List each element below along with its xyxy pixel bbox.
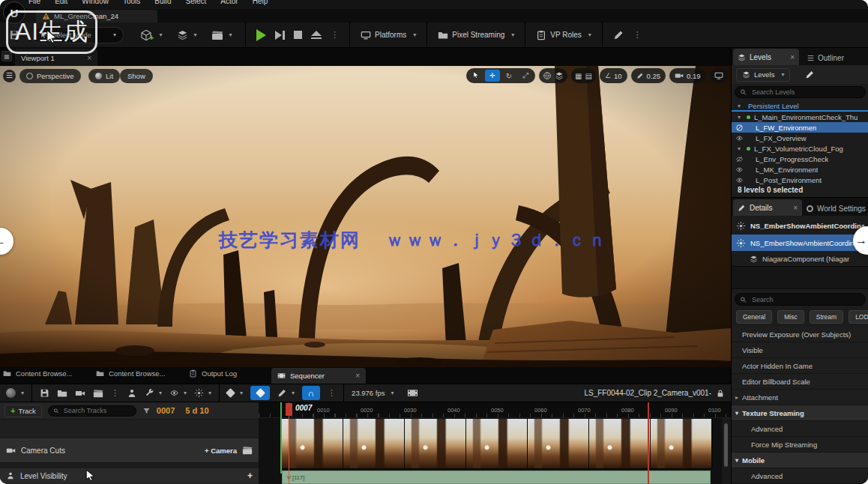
tab-output-log[interactable]: Output Log bbox=[189, 369, 259, 378]
surface-snap-icon[interactable] bbox=[555, 71, 564, 80]
chip-misc[interactable]: Misc bbox=[777, 310, 804, 324]
cinematics-dropdown[interactable]: ▾ bbox=[211, 29, 232, 41]
menu-window[interactable]: Window bbox=[82, 0, 109, 5]
current-frame[interactable]: 0007 bbox=[157, 406, 175, 415]
playback-end-marker[interactable] bbox=[648, 402, 649, 484]
viewport-tab-close-icon[interactable]: × bbox=[87, 54, 91, 62]
expander-icon[interactable]: ▾ bbox=[738, 114, 741, 121]
keyframe-options-dropdown[interactable]: ▾ bbox=[227, 390, 243, 396]
chip-general[interactable]: General bbox=[736, 310, 772, 324]
add-actor-dropdown[interactable]: + ▾ bbox=[140, 28, 162, 42]
pixel-streaming-dropdown[interactable]: Pixel Streaming ▾ bbox=[438, 30, 514, 40]
timeline-scrollbar[interactable] bbox=[724, 423, 728, 467]
track-search[interactable] bbox=[48, 405, 136, 417]
snap-button[interactable]: ∩ bbox=[302, 386, 320, 400]
add-track-button[interactable]: + Track bbox=[4, 405, 42, 417]
show-dropdown[interactable]: Show bbox=[120, 69, 153, 83]
viewport-menu-icon[interactable]: ☰ bbox=[3, 70, 16, 82]
edit-mode-dropdown[interactable]: ▾ bbox=[277, 388, 295, 398]
menu-tools[interactable]: Tools bbox=[123, 0, 140, 5]
eye-icon[interactable] bbox=[735, 166, 744, 174]
track-camera-cuts[interactable]: Camera Cuts + Camera bbox=[0, 438, 259, 463]
component-row[interactable]: NS_EmberShowAmbientCoordinate bbox=[732, 217, 868, 234]
add-visibility-button[interactable]: + bbox=[247, 471, 253, 481]
tab-details[interactable]: Details × bbox=[733, 199, 802, 216]
seq-save-icon[interactable] bbox=[40, 388, 49, 398]
camera-speed-button[interactable]: 0.19 bbox=[669, 68, 706, 83]
level-row[interactable]: L_Env_ProgressCheck bbox=[732, 154, 868, 164]
sequencer-tab-close-icon[interactable]: × bbox=[355, 372, 360, 380]
prop-category[interactable]: ▾ Mobile bbox=[732, 453, 868, 468]
prop-category[interactable]: ▾ Texture Streaming bbox=[732, 405, 868, 421]
paint-tools-icon[interactable] bbox=[613, 29, 624, 40]
timeline-ruler[interactable]: 0010 0020 0030 0040 0050 0060 0070 0080 … bbox=[259, 402, 731, 418]
seq-world-dropdown[interactable]: ▾ bbox=[6, 388, 24, 398]
menu-help[interactable]: Help bbox=[253, 0, 268, 5]
level-row-selected[interactable]: L_FW_Environmen bbox=[732, 122, 868, 133]
perspective-dropdown[interactable]: Perspective bbox=[19, 69, 81, 83]
frame-range[interactable]: 5 d 10 bbox=[185, 406, 208, 415]
tab-world-settings[interactable]: World Settings bbox=[807, 201, 868, 216]
seq-find-asset-icon[interactable] bbox=[57, 388, 67, 399]
camera-lock-icon[interactable] bbox=[242, 445, 253, 456]
menu-build[interactable]: Build bbox=[154, 0, 171, 5]
playhead-handle[interactable] bbox=[286, 403, 292, 416]
frame-skip-button[interactable] bbox=[275, 31, 285, 40]
tab-sequencer[interactable]: Sequencer × bbox=[271, 368, 366, 384]
tab-content-browser-2[interactable]: Content Browse... bbox=[96, 369, 180, 378]
expander-down-icon[interactable]: ▾ bbox=[735, 410, 738, 417]
chip-lod[interactable]: LOD bbox=[849, 310, 868, 324]
tab-outliner[interactable]: ☰ Outliner bbox=[804, 50, 868, 65]
platforms-dropdown[interactable]: Platforms ▾ bbox=[361, 30, 416, 40]
prop-row[interactable]: Advanced bbox=[732, 421, 868, 437]
scale-snap-button[interactable]: 0.25 bbox=[631, 68, 666, 83]
lit-dropdown[interactable]: Lit bbox=[88, 69, 120, 83]
viewport[interactable]: ☰ Perspective Lit Show ✛ ↻ ⤢ ▦ bbox=[0, 66, 731, 367]
scale-tool-icon[interactable]: ⤢ bbox=[518, 71, 533, 80]
details-tab-close-icon[interactable]: × bbox=[793, 204, 798, 212]
seq-view-dropdown[interactable]: ▾ bbox=[169, 388, 187, 398]
prop-row[interactable]: Advanced bbox=[732, 468, 868, 484]
seq-playback-dropdown[interactable]: ▾ bbox=[194, 388, 211, 398]
level-row[interactable]: L_FX_Overview bbox=[732, 133, 868, 143]
details-search[interactable] bbox=[735, 293, 866, 306]
component-row-selected[interactable]: NS_EmberShowAmbientCoordin bbox=[732, 235, 868, 251]
track-level-visibility[interactable]: Level Visibility + bbox=[0, 468, 259, 483]
expander-icon[interactable]: ▾ bbox=[738, 145, 741, 152]
lock-icon[interactable] bbox=[716, 389, 725, 398]
menu-edit[interactable]: Edit bbox=[55, 0, 67, 5]
seq-render-movie-icon[interactable] bbox=[93, 388, 103, 399]
sequencer-timeline[interactable]: 0010 0020 0030 0040 0050 0060 0070 0080 … bbox=[259, 402, 731, 484]
fps-dropdown[interactable]: 23.976 fps ▾ bbox=[352, 389, 394, 397]
eye-off-icon[interactable] bbox=[735, 155, 744, 163]
eye-icon[interactable] bbox=[735, 176, 744, 184]
level-row[interactable]: L_Post_Environment bbox=[732, 175, 868, 185]
tab-levels[interactable]: Levels × bbox=[733, 49, 799, 65]
eye-icon[interactable] bbox=[735, 134, 744, 142]
toolbar-kebab[interactable]: ⋮ bbox=[633, 30, 642, 40]
menu-actor[interactable]: Actor bbox=[220, 0, 238, 5]
levels-search-input[interactable] bbox=[750, 88, 861, 97]
seq-settings-dropdown[interactable]: ▾ bbox=[145, 388, 162, 398]
levels-dropdown[interactable]: Levels ▾ bbox=[736, 68, 790, 82]
component-row-child[interactable]: NiagaraComponent (Niagar bbox=[732, 252, 868, 265]
select-tool-icon[interactable] bbox=[468, 71, 483, 80]
level-visibility-section[interactable]: V [117] bbox=[282, 471, 711, 484]
seq-kebab-1[interactable]: ⋮ bbox=[111, 388, 119, 398]
stop-button[interactable] bbox=[294, 31, 302, 39]
prop-row[interactable]: Preview Exposure (Over Subjects) bbox=[732, 327, 868, 342]
menu-select[interactable]: Select bbox=[186, 0, 207, 5]
track-search-input[interactable] bbox=[62, 406, 131, 415]
prop-row[interactable]: Force Mip Streaming bbox=[732, 437, 868, 453]
curve-editor-icon[interactable] bbox=[407, 387, 418, 399]
levels-search[interactable] bbox=[735, 86, 866, 98]
edit-level-icon[interactable] bbox=[805, 70, 815, 79]
level-row[interactable]: ▾ Persistent Level bbox=[732, 101, 868, 112]
grid-size-icon[interactable]: ▤ bbox=[585, 72, 591, 80]
move-tool-icon[interactable]: ✛ bbox=[485, 70, 500, 82]
no-entry-icon[interactable] bbox=[735, 124, 744, 132]
menu-file[interactable]: File bbox=[28, 0, 40, 5]
grid-snap-icon[interactable]: ▦ bbox=[575, 72, 582, 80]
tab-content-browser-1[interactable]: Content Browse... bbox=[3, 369, 87, 378]
viewport-maximize-button[interactable] bbox=[710, 68, 728, 83]
